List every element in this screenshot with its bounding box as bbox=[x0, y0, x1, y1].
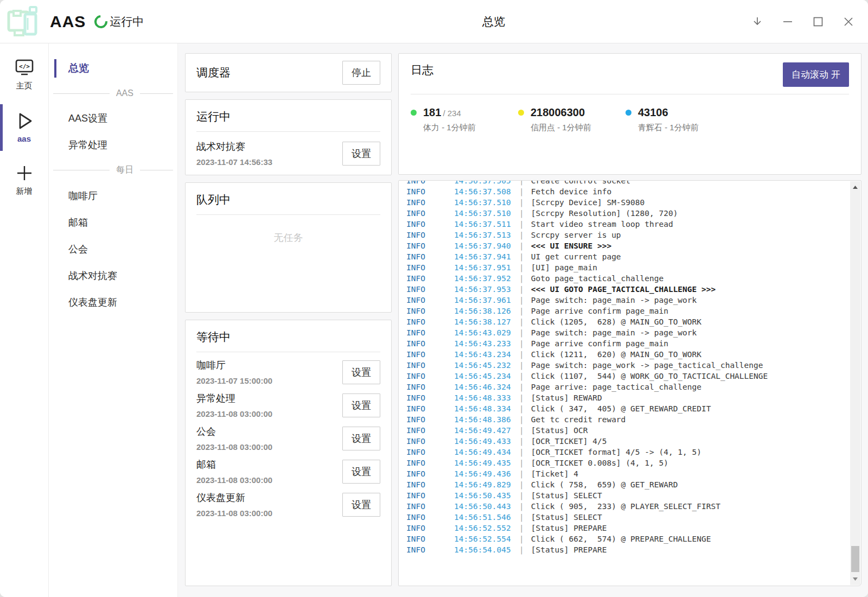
log-level: INFO bbox=[406, 414, 454, 425]
rail-item-home[interactable]: </> 主页 bbox=[0, 53, 48, 97]
waiting-task-time: 2023-11-07 15:00:00 bbox=[196, 376, 272, 385]
rail-item-aas[interactable]: aas bbox=[0, 106, 48, 149]
sidebar-section-divider: AAS bbox=[49, 84, 177, 103]
stop-button[interactable]: 停止 bbox=[342, 61, 380, 85]
sidebar-menu-item-label: 仪表盘更新 bbox=[68, 297, 117, 308]
divider-line bbox=[53, 93, 110, 94]
log-message: [Status] PREPARE bbox=[531, 523, 607, 534]
waiting-task-name: 邮箱 bbox=[196, 458, 272, 471]
log-line: INFO 14:56:37.510 | [Scrcpy Device] SM-S… bbox=[406, 197, 848, 208]
log-line: INFO 14:56:48.334 | Click ( 347, 405) @ … bbox=[406, 403, 848, 414]
rail-item-new[interactable]: 新增 bbox=[0, 158, 48, 202]
log-line: INFO 14:56:38.127 | Click (1205, 628) @ … bbox=[406, 316, 848, 327]
log-line: INFO 14:56:48.333 | [Status] REWARD bbox=[406, 392, 848, 403]
scroll-up-icon[interactable] bbox=[850, 182, 860, 192]
divider-line bbox=[140, 93, 173, 94]
waiting-card: 等待中 咖啡厅 2023-11-07 15:00:00 设置 bbox=[185, 320, 392, 586]
log-line: INFO 14:56:54.045 | [Status] PREPARE bbox=[406, 544, 848, 555]
running-card: 运行中 战术对抗赛 2023-11-07 14:56:33 设置 bbox=[185, 99, 392, 175]
log-timestamp: 14:56:48.386 bbox=[454, 414, 517, 425]
log-message: [Scrcpy Device] SM-S9080 bbox=[531, 197, 645, 208]
stat-dot-icon bbox=[626, 110, 631, 116]
settings-button[interactable]: 设置 bbox=[342, 427, 380, 450]
log-line: INFO 14:56:49.436 | [Ticket] 4 bbox=[406, 468, 848, 479]
log-separator: | bbox=[517, 284, 531, 295]
log-level: INFO bbox=[406, 306, 454, 316]
sidebar-menu-item[interactable]: 公会 bbox=[49, 238, 177, 261]
log-separator: | bbox=[517, 382, 531, 392]
scrollbar-thumb[interactable] bbox=[851, 546, 859, 572]
log-level: INFO bbox=[406, 360, 454, 371]
sidebar-menu-item[interactable]: 咖啡厅 bbox=[49, 185, 177, 207]
autoscroll-toggle-button[interactable]: 自动滚动 开 bbox=[783, 62, 849, 87]
settings-button[interactable]: 设置 bbox=[342, 493, 380, 517]
log-line: INFO 14:56:37.513 | Scrcpy server is up bbox=[406, 230, 848, 240]
log-level: INFO bbox=[406, 230, 454, 240]
log-line: INFO 14:56:49.434 | [OCR_TICKET format] … bbox=[406, 447, 848, 458]
log-separator: | bbox=[517, 544, 531, 555]
settings-button[interactable]: 设置 bbox=[342, 142, 380, 166]
log-separator: | bbox=[517, 468, 531, 479]
log-level: INFO bbox=[406, 180, 454, 186]
log-line: INFO 14:56:50.435 | [Status] SELECT bbox=[406, 490, 848, 501]
settings-button[interactable]: 设置 bbox=[342, 460, 380, 484]
stat-item: 181/ 234 体力 - 1分钟前 bbox=[411, 106, 518, 133]
plus-icon bbox=[15, 164, 34, 182]
log-level: INFO bbox=[406, 392, 454, 403]
sidebar-menu-item[interactable]: 异常处理 bbox=[49, 134, 177, 156]
sidebar-menu-item[interactable]: 战术对抗赛 bbox=[49, 264, 177, 287]
log-level: INFO bbox=[406, 251, 454, 262]
log-level: INFO bbox=[406, 382, 454, 392]
log-level: INFO bbox=[406, 534, 454, 544]
log-separator: | bbox=[517, 262, 531, 273]
log-timestamp: 14:56:43.234 bbox=[454, 349, 517, 360]
log-timestamp: 14:56:37.952 bbox=[454, 273, 517, 284]
maximize-icon[interactable] bbox=[812, 15, 825, 28]
settings-button[interactable]: 设置 bbox=[342, 393, 380, 417]
queue-title: 队列中 bbox=[196, 193, 231, 206]
log-level: INFO bbox=[406, 208, 454, 219]
scroll-down-icon[interactable] bbox=[850, 574, 860, 584]
log-timestamp: 14:56:37.505 bbox=[454, 180, 517, 186]
minimize-icon[interactable] bbox=[781, 15, 794, 28]
log-console[interactable]: INFO 14:56:37.505 | Create control socke… bbox=[398, 180, 861, 586]
log-separator: | bbox=[517, 425, 531, 436]
log-line: INFO 14:56:45.232 | Page switch: page_wo… bbox=[406, 360, 848, 371]
waiting-task-list: 咖啡厅 2023-11-07 15:00:00 设置 异常处理 2023-11-… bbox=[196, 352, 380, 518]
sidebar-menu-item[interactable]: 仪表盘更新 bbox=[49, 291, 177, 314]
running-task-time: 2023-11-07 14:56:33 bbox=[196, 157, 272, 167]
log-separator: | bbox=[517, 392, 531, 403]
log-message: Create control socket bbox=[531, 180, 630, 186]
sidebar-menu-item[interactable]: 邮箱 bbox=[49, 211, 177, 234]
sidebar-menu-item[interactable]: AAS设置 bbox=[49, 107, 177, 130]
log-message: Scrcpy server is up bbox=[531, 230, 621, 240]
download-icon[interactable] bbox=[751, 15, 764, 28]
log-separator: | bbox=[517, 403, 531, 414]
log-scrollbar[interactable] bbox=[850, 181, 860, 585]
log-level: INFO bbox=[406, 403, 454, 414]
log-level: INFO bbox=[406, 197, 454, 208]
settings-button[interactable]: 设置 bbox=[342, 360, 380, 384]
log-message: [OCR_TICKET] 4/5 bbox=[531, 436, 607, 447]
waiting-task-name: 咖啡厅 bbox=[196, 359, 272, 372]
log-line: INFO 14:56:38.126 | Page arrive confirm … bbox=[406, 306, 848, 316]
waiting-task-row: 咖啡厅 2023-11-07 15:00:00 设置 bbox=[196, 352, 380, 385]
log-message: Goto page_tactical_challenge bbox=[531, 273, 663, 284]
log-timestamp: 14:56:37.961 bbox=[454, 295, 517, 306]
waiting-task-name: 仪表盘更新 bbox=[196, 491, 272, 504]
log-message: Click ( 347, 405) @ GET_REWARD_CREDIT bbox=[531, 403, 711, 414]
log-separator: | bbox=[517, 316, 531, 327]
sidebar-menu-item-label: AAS设置 bbox=[68, 113, 107, 124]
sidebar-menu-item[interactable]: 总览 bbox=[49, 56, 177, 80]
log-separator: | bbox=[517, 186, 531, 197]
scheduler-card: 调度器 停止 bbox=[185, 53, 392, 92]
log-timestamp: 14:56:37.953 bbox=[454, 284, 517, 295]
sidebar-menu-item-label: 邮箱 bbox=[68, 217, 88, 228]
log-line: INFO 14:56:43.233 | Page arrive confirm … bbox=[406, 338, 848, 349]
log-level: INFO bbox=[406, 490, 454, 501]
log-separator: | bbox=[517, 371, 531, 382]
log-level: INFO bbox=[406, 447, 454, 458]
close-icon[interactable] bbox=[842, 15, 855, 28]
log-timestamp: 14:56:49.433 bbox=[454, 436, 517, 447]
log-message: Click (1107, 544) @ WORK_GO_TO_TACTICAL_… bbox=[531, 371, 768, 382]
